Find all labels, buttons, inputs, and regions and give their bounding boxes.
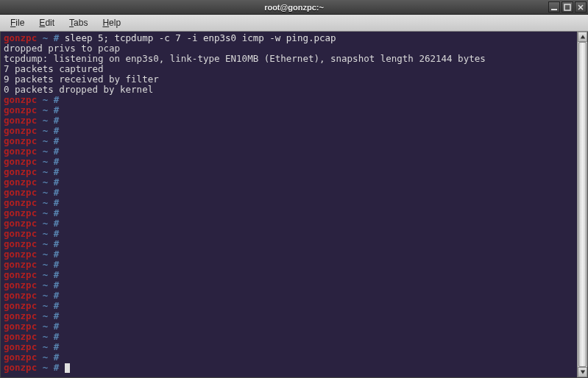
prompt-cwd: ~ — [43, 331, 49, 342]
scrollbar[interactable] — [577, 32, 587, 377]
prompt-symbol: # — [54, 187, 60, 198]
prompt-host: gonzpc — [4, 187, 37, 198]
prompt-symbol: # — [54, 352, 60, 363]
prompt-symbol: # — [54, 176, 60, 188]
terminal-container: gonzpc ~ # sleep 5; tcpdump -c 7 -i enp3… — [0, 32, 588, 378]
menubar: File Edit Tabs Help — [0, 15, 588, 32]
menu-help[interactable]: Help — [95, 15, 128, 30]
prompt-host: gonzpc — [4, 115, 37, 126]
prompt-cwd: ~ — [43, 166, 49, 177]
window-title: root@gonzpc:~ — [264, 3, 324, 12]
prompt-host: gonzpc — [4, 238, 37, 249]
prompt-symbol: # — [54, 300, 60, 311]
prompt-cwd: ~ — [43, 197, 49, 208]
svg-marker-4 — [580, 35, 584, 39]
prompt-symbol: # — [54, 218, 60, 229]
prompt-symbol: # — [54, 104, 60, 115]
svg-rect-0 — [551, 9, 557, 10]
menu-file[interactable]: File — [3, 15, 32, 30]
prompt-host: gonzpc — [4, 352, 37, 363]
prompt-host: gonzpc — [4, 362, 37, 373]
scroll-track[interactable] — [578, 42, 587, 367]
prompt-symbol: # — [54, 249, 60, 260]
prompt-cwd: ~ — [43, 290, 49, 301]
prompt-cwd: ~ — [43, 310, 49, 321]
chevron-down-icon — [580, 369, 586, 375]
prompt-host: gonzpc — [4, 269, 37, 280]
prompt-cwd: ~ — [43, 125, 49, 136]
prompt-symbol: # — [54, 125, 60, 136]
prompt-host: gonzpc — [4, 156, 37, 167]
prompt-cwd: ~ — [43, 352, 49, 363]
prompt-cwd: ~ — [43, 156, 49, 167]
terminal[interactable]: gonzpc ~ # sleep 5; tcpdump -c 7 -i enp3… — [1, 32, 577, 377]
maximize-button[interactable] — [562, 1, 573, 13]
prompt-host: gonzpc — [4, 279, 37, 290]
prompt-symbol: # — [54, 238, 60, 249]
prompt-cwd: ~ — [43, 135, 49, 146]
scroll-down-button[interactable] — [578, 367, 587, 377]
prompt-cwd: ~ — [43, 341, 49, 352]
menu-edit[interactable]: Edit — [32, 15, 62, 30]
prompt-symbol: # — [54, 331, 60, 342]
prompt-symbol: # — [54, 166, 60, 177]
prompt-symbol: # — [54, 341, 60, 352]
prompt-symbol: # — [54, 94, 60, 105]
menu-tabs[interactable]: Tabs — [62, 15, 95, 30]
prompt-cwd: ~ — [43, 259, 49, 270]
scroll-thumb[interactable] — [578, 42, 587, 367]
prompt-cwd: ~ — [43, 238, 49, 249]
minimize-button[interactable] — [548, 1, 560, 13]
prompt-cwd: ~ — [43, 32, 49, 43]
prompt-cwd: ~ — [43, 269, 49, 280]
prompt-cwd: ~ — [43, 249, 49, 260]
prompt-symbol: # — [54, 321, 60, 332]
prompt-symbol: # — [54, 362, 60, 373]
prompt-host: gonzpc — [4, 207, 37, 218]
prompt-symbol: # — [54, 146, 60, 157]
chevron-up-icon — [580, 34, 586, 40]
prompt-host: gonzpc — [4, 310, 37, 321]
prompt-host: gonzpc — [4, 341, 37, 352]
prompt-host: gonzpc — [4, 331, 37, 342]
prompt-host: gonzpc — [4, 166, 37, 177]
prompt-cwd: ~ — [43, 187, 49, 198]
prompt-host: gonzpc — [4, 125, 37, 136]
prompt-cwd: ~ — [43, 300, 49, 311]
prompt-cwd: ~ — [43, 228, 49, 239]
scroll-up-button[interactable] — [578, 32, 587, 42]
prompt-cwd: ~ — [43, 279, 49, 290]
prompt-host: gonzpc — [4, 218, 37, 229]
output-line: 7 packets captured — [4, 63, 103, 74]
prompt-host: gonzpc — [4, 197, 37, 208]
prompt-host: gonzpc — [4, 321, 37, 332]
window-titlebar[interactable]: root@gonzpc:~ — [0, 0, 588, 15]
prompt-symbol: # — [54, 32, 60, 43]
output-line: tcpdump: listening on enp3s0, link-type … — [4, 53, 486, 64]
close-button[interactable] — [575, 1, 587, 13]
prompt-symbol: # — [54, 259, 60, 270]
output-line: 9 packets received by filter — [4, 74, 159, 85]
minimize-icon — [550, 4, 558, 11]
prompt-host: gonzpc — [4, 249, 37, 260]
prompt-host: gonzpc — [4, 300, 37, 311]
prompt-cwd: ~ — [43, 218, 49, 229]
prompt-cwd: ~ — [43, 176, 49, 188]
prompt-symbol: # — [54, 279, 60, 290]
prompt-cwd: ~ — [43, 115, 49, 126]
prompt-symbol: # — [54, 156, 60, 167]
output-line: dropped privs to pcap — [4, 43, 120, 54]
prompt-symbol: # — [54, 290, 60, 301]
prompt-symbol: # — [54, 310, 60, 321]
prompt-host: gonzpc — [4, 146, 37, 157]
prompt-symbol: # — [54, 135, 60, 146]
maximize-icon — [564, 4, 571, 11]
prompt-host: gonzpc — [4, 228, 37, 239]
prompt-cwd: ~ — [43, 321, 49, 332]
prompt-symbol: # — [54, 207, 60, 218]
prompt-host: gonzpc — [4, 94, 37, 105]
prompt-host: gonzpc — [4, 104, 37, 115]
prompt-host: gonzpc — [4, 135, 37, 146]
command-text: sleep 5; tcpdump -c 7 -i enp3s0 icmp -w … — [65, 32, 336, 43]
close-icon — [577, 4, 584, 11]
